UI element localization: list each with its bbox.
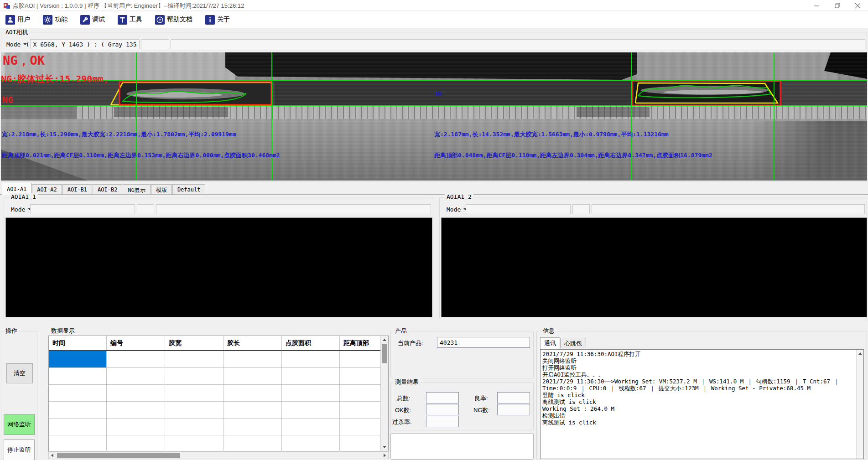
title-bar: 点胶AOI [ Version : 1.0.0.9 ] 程序 【当前用户: En… bbox=[0, 0, 868, 11]
crosshair-hline-1 bbox=[1, 80, 867, 81]
ok-count-field[interactable] bbox=[426, 404, 459, 415]
operation-label: 操作 bbox=[4, 327, 19, 335]
scroll-left-icon[interactable] bbox=[51, 454, 53, 457]
tab-template[interactable]: 模版 bbox=[151, 184, 172, 194]
tab-aoi-a2[interactable]: AOI-A2 bbox=[32, 184, 62, 194]
log-scrollbar[interactable] bbox=[856, 350, 863, 459]
log-line: Time:0:0:9 ｜ CPU:0 ｜ 线程数:67 ｜ 提交大小:123M … bbox=[542, 385, 862, 392]
right-measure-line2: 距离顶部0.048mm,距离CF层0.110mm,距离左边界0.304mm,距离… bbox=[434, 151, 712, 160]
toolbar-user-button[interactable]: 用户 bbox=[5, 15, 30, 25]
log-line: 登陆 is click bbox=[542, 392, 862, 398]
aoia1-1-box1[interactable] bbox=[30, 204, 135, 214]
tab-ng-display[interactable]: NG显示 bbox=[123, 184, 150, 194]
col-glue-area[interactable]: 点胶面积 bbox=[282, 336, 340, 350]
main-tab-strip: AOI-A1 AOI-A2 AOI-B1 AOI-B2 NG显示 模版 Defa… bbox=[0, 182, 868, 195]
table-row[interactable] bbox=[49, 402, 388, 419]
selected-cell[interactable] bbox=[49, 351, 107, 367]
table-horizontal-scrollbar[interactable] bbox=[48, 451, 389, 459]
measurement-label: 测量结果 bbox=[393, 378, 421, 386]
gear-icon bbox=[43, 15, 52, 25]
toolbar-help-button[interactable]: ? 帮助文档 bbox=[155, 15, 192, 25]
table-row[interactable] bbox=[49, 385, 388, 402]
log-line: 2021/7/29 11:36:30——>Working Set: VM:523… bbox=[542, 378, 862, 385]
image-module-left bbox=[114, 107, 228, 117]
dispensing-aoi-window: 点胶AOI [ Version : 1.0.0.9 ] 程序 【当前用户: En… bbox=[0, 0, 868, 460]
col-glue-length[interactable]: 胶长 bbox=[223, 336, 282, 350]
ng-flag-text: NG bbox=[2, 94, 13, 105]
tab-heartbeat[interactable]: 心跳包 bbox=[560, 338, 586, 348]
log-line: 离线测试 is click bbox=[542, 398, 862, 405]
table-row[interactable] bbox=[49, 351, 388, 368]
col-glue-width[interactable]: 胶宽 bbox=[165, 336, 223, 350]
log-line: 2021/7/29 11:36:30:AOI程序打开 bbox=[542, 351, 862, 357]
aoia1-1-box2[interactable] bbox=[137, 204, 154, 214]
overkill-field[interactable] bbox=[426, 416, 459, 427]
col-dist-top[interactable]: 距离顶部 bbox=[340, 336, 381, 350]
table-vertical-scrollbar[interactable] bbox=[380, 336, 388, 451]
camera-viewport[interactable]: NG，OK NG:胶体过长:15.290mm, NG OK 宽:2.218mm,… bbox=[1, 52, 867, 181]
aoia1-1-box3[interactable] bbox=[156, 204, 431, 214]
aoia1-2-box1[interactable] bbox=[466, 204, 571, 214]
scroll-right-icon[interactable] bbox=[384, 454, 386, 457]
horizontal-scroll-thumb[interactable] bbox=[57, 453, 180, 458]
toolbar-function-button[interactable]: 功能 bbox=[43, 15, 68, 25]
ng-message-text: NG:胶体过长:15.290mm, bbox=[1, 73, 109, 85]
network-listen-button[interactable]: 网络监听 bbox=[4, 414, 35, 435]
camera-group-label: AOI相机 bbox=[4, 28, 30, 36]
tab-aoi-b1[interactable]: AOI-B1 bbox=[62, 184, 92, 194]
svg-text:?: ? bbox=[159, 17, 161, 22]
yield-label: 良率: bbox=[474, 394, 488, 403]
user-icon bbox=[5, 15, 15, 25]
vertical-scroll-thumb[interactable] bbox=[382, 344, 387, 363]
scroll-down-icon[interactable] bbox=[383, 446, 386, 448]
camera-mode-box3[interactable] bbox=[171, 39, 865, 49]
log-line: Working Set : 264.0 M bbox=[542, 405, 862, 412]
wrench-icon bbox=[80, 15, 90, 25]
left-glue-inspection-box bbox=[108, 81, 275, 106]
table-row[interactable] bbox=[49, 419, 388, 435]
log-line: 关闭网络监听 bbox=[542, 357, 862, 364]
minimize-button[interactable] bbox=[806, 0, 827, 11]
left-measure-line2: 距离顶部0.021mm,距离CF层0.110mm,距离左边界0.153mm,距离… bbox=[2, 151, 280, 160]
info-tab-strip: 通讯 心跳包 bbox=[540, 337, 586, 348]
col-id[interactable]: 编号 bbox=[107, 336, 165, 350]
yield-field[interactable] bbox=[497, 392, 530, 403]
camera-mode-box2[interactable] bbox=[141, 39, 169, 49]
scroll-up-icon[interactable] bbox=[383, 339, 386, 341]
table-row[interactable] bbox=[49, 368, 388, 385]
tab-default[interactable]: Default bbox=[172, 184, 206, 194]
clear-button[interactable]: 清空 bbox=[6, 363, 33, 383]
aoia1-2-box2[interactable] bbox=[572, 204, 590, 214]
crosshair-vline-4 bbox=[774, 52, 774, 181]
communication-log[interactable]: 2021/7/29 11:36:30:AOI程序打开 关闭网络监听 打开网络监听… bbox=[540, 349, 864, 459]
tool-icon bbox=[118, 15, 127, 25]
table-row[interactable] bbox=[49, 435, 388, 452]
aoia1-2-box3[interactable] bbox=[592, 204, 865, 214]
main-toolbar: 用户 功能 调试 工具 ? 帮助文档 bbox=[0, 11, 868, 28]
info-icon bbox=[205, 15, 215, 25]
info-label: 信息 bbox=[541, 327, 556, 335]
toolbar-about-button[interactable]: 关于 bbox=[205, 15, 230, 25]
close-icon bbox=[855, 3, 860, 8]
restore-button[interactable] bbox=[827, 0, 847, 11]
stop-listen-button[interactable]: 停止监听 bbox=[4, 439, 35, 460]
ng-count-field[interactable] bbox=[497, 404, 530, 415]
tab-aoi-b2[interactable]: AOI-B2 bbox=[93, 184, 122, 194]
camera-coordinates-box[interactable]: ( X 6568, Y 1463 ) : ( Gray 135 ) bbox=[30, 39, 140, 49]
image-lower-right-corner bbox=[754, 121, 867, 181]
minimize-icon bbox=[814, 3, 819, 8]
log-line: 开启AOI监控工具。。。 bbox=[542, 371, 862, 378]
crosshair-vline-1 bbox=[136, 52, 137, 181]
aoia1-2-image-view[interactable] bbox=[441, 217, 867, 317]
log-line: 离线测试 is click bbox=[542, 419, 862, 426]
col-time[interactable]: 时间 bbox=[49, 336, 107, 350]
close-button[interactable] bbox=[847, 0, 868, 11]
current-product-field[interactable]: 40231 bbox=[437, 337, 530, 348]
toolbar-debug-button[interactable]: 调试 bbox=[80, 15, 105, 25]
scroll-up-icon[interactable] bbox=[858, 352, 862, 355]
total-field[interactable] bbox=[426, 392, 459, 403]
tab-communication[interactable]: 通讯 bbox=[540, 337, 560, 349]
aoia1-1-image-view[interactable] bbox=[5, 217, 432, 317]
window-title: 点胶AOI [ Version : 1.0.0.9 ] 程序 【当前用户: En… bbox=[13, 2, 244, 10]
toolbar-tools-button[interactable]: 工具 bbox=[118, 15, 142, 25]
